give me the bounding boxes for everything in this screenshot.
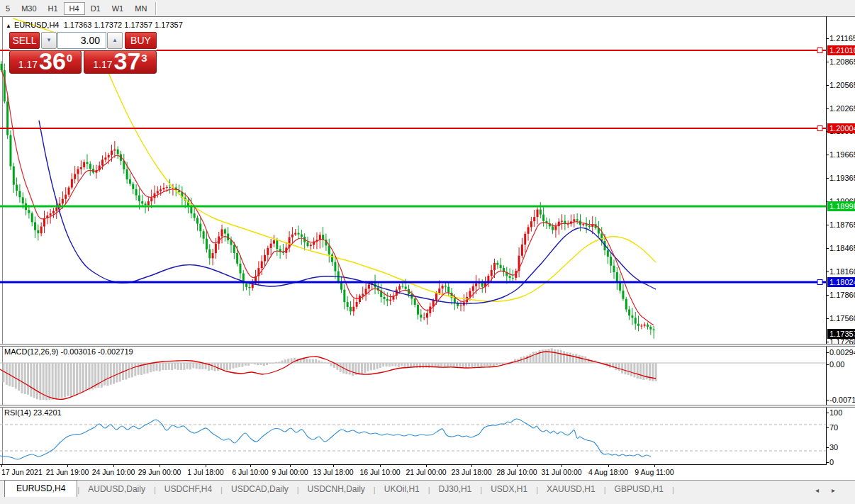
price-tick-label: 1.20565 [829,81,855,89]
time-label: 6 Jul 10:00 [232,468,268,476]
price-tick-label: 1.20265 [829,104,855,113]
tab-usdx-h1[interactable]: USDX,H1 [482,482,536,497]
sell-price-sup: 0 [67,52,72,64]
tab-scroll-right-icon[interactable]: ▸ [832,486,835,494]
time-tick-mark [608,465,609,467]
time-tick-mark [206,465,206,467]
time-label: 13 Jul 18:00 [313,468,353,476]
price-tick-label: 1.18465 [829,244,855,252]
buy-price-big: 37 [114,50,141,72]
price-tick-mark [826,38,829,39]
chart-ohlc-values: 1.17363 1.17372 1.17357 1.17357 [64,21,183,29]
buy-button[interactable]: BUY [125,32,157,49]
tab-dj30-h1[interactable]: DJ30,H1 [430,482,481,497]
price-tick-label: 1.19665 [829,150,855,159]
time-tick-mark [426,465,427,467]
tab-separator: | [672,486,674,497]
timeframe-d1[interactable]: D1 [85,2,106,15]
price-tick-label: 1.17560 [829,314,855,323]
time-label: 4 Aug 18:00 [588,468,628,476]
timeframe-h4[interactable]: H4 [64,2,85,15]
price-tick-mark [826,62,829,62]
time-tick-mark [654,465,655,467]
price-tick-mark [826,155,829,155]
pane-splitter-macd[interactable] [0,344,855,347]
price-tick-mark [826,318,829,319]
timeframe-m30[interactable]: M30 [16,2,42,15]
tab-usdcad-daily[interactable]: USDCAD,Daily [223,482,297,497]
time-tick-mark [250,465,251,467]
macd-tick-label: 0.00 [829,360,844,369]
tab-gbpusd-h1[interactable]: GBPUSD,H1 [606,482,672,497]
timeframe-5[interactable]: 5 [0,2,16,15]
sell-price-display[interactable]: 1.17 36 0 [9,50,82,74]
time-label: 21 Jul 00:00 [406,468,446,476]
time-tick-mark [67,465,68,467]
time-label: 24 Jun 10:00 [92,468,135,476]
tab-audusd-daily[interactable]: AUDUSD,Daily [79,482,154,497]
rsi-tick-label: 30 [829,443,838,452]
chart-ohlc-header: ▲EURUSD,H4 1.17363 1.17372 1.17357 1.173… [6,21,183,29]
timeframe-w1[interactable]: W1 [106,2,130,15]
sell-price-small: 1.17 [18,59,38,70]
price-tick-mark [826,342,829,342]
macd-tick-mark [826,400,829,401]
time-label: 23 Jul 18:00 [451,468,491,476]
price-tick-mark [826,178,829,179]
price-tick-label: 1.21165 [829,34,855,43]
time-tick-mark [333,465,334,467]
price-tick-label: 1.18765 [829,220,855,229]
buy-price-small: 1.17 [93,59,112,70]
price-tick-label: 1.17860 [829,291,855,299]
time-tick-mark [160,465,160,467]
time-label: 31 Jul 00:00 [541,468,581,476]
time-tick-mark [113,465,114,467]
timeframe-h1[interactable]: H1 [43,2,64,15]
timeframe-mn[interactable]: MN [129,2,152,15]
rsi-tick-label: 70 [829,423,838,432]
volume-decrease-button[interactable]: ▾ [41,32,57,49]
time-axis-border [0,464,827,465]
price-level-tag: 1.17357 [827,329,855,339]
time-tick-mark [561,465,562,467]
time-tick-mark [290,465,291,467]
pane-splitter-rsi[interactable] [0,405,855,408]
chart-tab-bar: EURUSD,H4|AUDUSD,Daily|USDCHF,H4|USDCAD,… [0,480,855,497]
rsi-indicator-pane[interactable] [0,408,826,464]
price-level-tag: 1.18998 [827,201,855,211]
timeframe-toolbar: 5M30H1H4D1W1MN [0,0,855,16]
price-tick-mark [826,225,829,225]
buy-price-sup: 3 [141,52,147,64]
macd-tick-label: 0.002947 [829,348,855,357]
price-level-tag: 1.20004 [827,123,855,133]
tab-ukoil-h1[interactable]: UKOil,H1 [376,482,428,497]
time-tick-mark [1,465,2,467]
status-bar [0,496,855,504]
tab-usdchf-h4[interactable]: USDCHF,H4 [156,482,220,497]
buy-price-display[interactable]: 1.17 37 3 [84,50,157,74]
volume-input[interactable] [57,32,106,49]
time-tick-mark [517,465,518,467]
time-label: 16 Jul 10:00 [359,468,400,476]
time-tick-mark [471,465,472,467]
time-label: 21 Jun 19:00 [46,468,89,476]
price-level-tag: 1.18024 [827,277,855,287]
rsi-tick-mark [826,413,829,413]
price-tick-mark [826,108,829,109]
price-tick-label: 1.19365 [829,174,855,182]
rsi-tick-label: 100 [829,408,842,417]
sell-button[interactable]: SELL [9,32,40,49]
rsi-label: RSI(14) 23.4201 [4,408,62,417]
price-axis-line [826,16,827,465]
time-tick-mark [380,465,381,467]
volume-increase-button[interactable]: ▴ [107,32,123,49]
price-tick-mark [826,271,829,272]
time-label: 9 Aug 11:00 [635,468,674,476]
tab-xauusd-h1[interactable]: XAUUSD,H1 [538,482,604,497]
trading-app-window: 5M30H1H4D1W1MN ▲EURUSD,H4 1.17363 1.1737… [0,0,855,504]
macd-label: MACD(12,26,9) -0.003016 -0.002719 [4,347,133,356]
toolbar-separator [155,2,157,15]
tab-scroll-left-icon[interactable]: ◂ [815,486,819,494]
tab-eurusd-h4[interactable]: EURUSD,H4 [4,480,77,497]
tab-usdcnh-daily[interactable]: USDCNH,Daily [299,482,374,497]
